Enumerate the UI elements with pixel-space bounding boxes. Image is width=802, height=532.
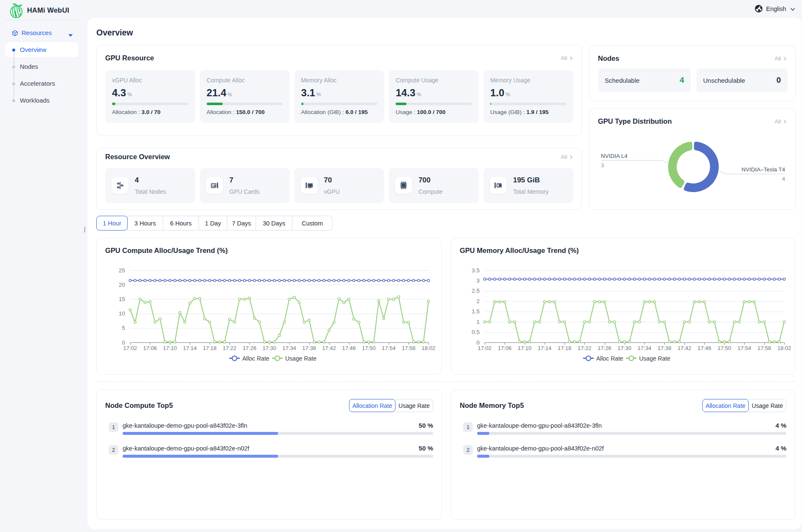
svg-text:Alloc Rate: Alloc Rate <box>243 355 270 362</box>
svg-text:17:38: 17:38 <box>657 345 671 351</box>
svg-text:17:34: 17:34 <box>282 345 296 351</box>
svg-text:17:18: 17:18 <box>203 345 217 351</box>
svg-text:17:50: 17:50 <box>362 345 376 351</box>
svg-text:10: 10 <box>119 310 125 317</box>
svg-text:17:02: 17:02 <box>478 345 492 351</box>
svg-text:17:22: 17:22 <box>578 345 592 351</box>
svg-text:17:42: 17:42 <box>322 345 336 351</box>
svg-text:15: 15 <box>119 296 125 302</box>
svg-text:Alloc Rate: Alloc Rate <box>596 355 623 362</box>
svg-text:17:54: 17:54 <box>382 345 396 351</box>
svg-text:17:06: 17:06 <box>143 345 157 351</box>
svg-text:17:26: 17:26 <box>243 345 256 351</box>
svg-text:17:58: 17:58 <box>757 345 771 351</box>
svg-text:5: 5 <box>122 325 125 331</box>
svg-text:17:30: 17:30 <box>262 345 276 351</box>
svg-text:3.5: 3.5 <box>472 267 480 274</box>
svg-text:2: 2 <box>476 298 480 304</box>
svg-text:17:42: 17:42 <box>677 345 691 351</box>
svg-text:17:02: 17:02 <box>123 345 137 351</box>
svg-text:25: 25 <box>119 267 125 274</box>
svg-text:17:58: 17:58 <box>402 345 416 351</box>
svg-text:17:34: 17:34 <box>638 345 652 351</box>
svg-text:Usage Rate: Usage Rate <box>639 355 671 362</box>
svg-text:18:02: 18:02 <box>777 345 791 351</box>
svg-text:17:14: 17:14 <box>538 345 552 351</box>
svg-text:17:10: 17:10 <box>518 345 532 351</box>
svg-text:17:06: 17:06 <box>498 345 512 351</box>
svg-text:17:30: 17:30 <box>618 345 632 351</box>
svg-text:4: 4 <box>782 176 785 182</box>
svg-text:1.5: 1.5 <box>472 308 480 315</box>
svg-text:1: 1 <box>476 319 480 325</box>
svg-text:2.5: 2.5 <box>472 288 480 294</box>
svg-text:3: 3 <box>601 162 604 168</box>
svg-text:17:18: 17:18 <box>558 345 572 351</box>
svg-text:17:10: 17:10 <box>163 345 177 351</box>
svg-text:17:26: 17:26 <box>597 345 611 351</box>
svg-text:17:46: 17:46 <box>698 345 712 351</box>
svg-text:17:46: 17:46 <box>342 345 356 351</box>
svg-text:NVIDIA–Tesla T4: NVIDIA–Tesla T4 <box>742 166 786 173</box>
svg-text:Usage Rate: Usage Rate <box>285 355 316 362</box>
svg-text:17:38: 17:38 <box>302 345 316 351</box>
svg-text:3: 3 <box>476 277 480 284</box>
svg-text:NVIDIA L4: NVIDIA L4 <box>601 153 628 159</box>
svg-text:17:54: 17:54 <box>737 345 751 351</box>
svg-text:18:02: 18:02 <box>422 345 436 351</box>
svg-text:20: 20 <box>119 282 125 288</box>
svg-text:0.5: 0.5 <box>472 329 480 335</box>
svg-text:17:14: 17:14 <box>183 345 197 351</box>
svg-text:17:22: 17:22 <box>223 345 237 351</box>
svg-text:17:50: 17:50 <box>717 345 731 351</box>
